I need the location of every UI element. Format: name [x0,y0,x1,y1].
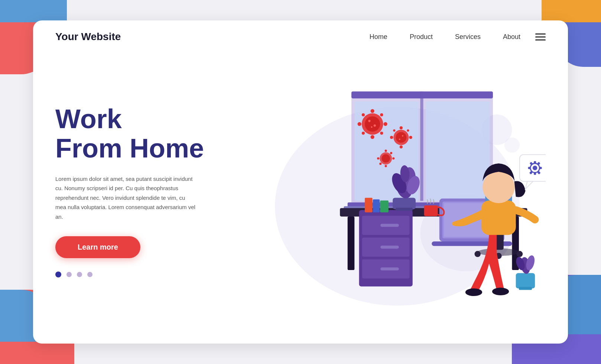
hero-description: Lorem ipsum dolor sit amet, sea putant s… [55,174,196,222]
nav-about[interactable]: About [503,33,520,41]
svg-rect-86 [528,167,531,169]
svg-rect-50 [380,246,399,248]
svg-rect-53 [373,199,380,212]
svg-point-38 [385,165,387,167]
svg-rect-91 [516,273,535,288]
svg-point-12 [365,116,380,131]
svg-point-29 [390,136,393,139]
svg-rect-85 [539,167,542,169]
svg-point-73 [517,251,523,257]
svg-point-28 [400,146,403,149]
svg-point-27 [409,136,412,139]
dot-4[interactable] [87,272,92,277]
hamburger-line-1 [535,33,546,35]
svg-point-16 [358,122,361,126]
hero-left: Work From Home Lorem ipsum dolor sit ame… [55,104,234,278]
navigation: Home Product Services About [370,33,520,41]
main-card: Your Website Home Product Services About… [33,20,568,344]
svg-point-19 [380,131,383,134]
svg-point-17 [380,113,383,116]
svg-point-35 [381,154,390,163]
nav-product[interactable]: Product [410,33,433,41]
work-from-home-svg [234,61,546,321]
svg-point-20 [362,131,365,134]
svg-point-3 [504,137,520,153]
header: Your Website Home Product Services About [33,20,568,53]
svg-rect-66 [424,205,438,216]
svg-rect-7 [426,101,490,201]
hero-illustration [234,53,546,329]
svg-rect-92 [519,287,532,290]
svg-point-14 [384,122,387,126]
svg-point-74 [465,289,482,296]
svg-point-13 [371,109,374,113]
svg-rect-8 [420,91,423,201]
hero-title: Work From Home [55,104,219,163]
svg-point-36 [385,150,387,152]
svg-point-23 [371,126,373,128]
svg-rect-49 [380,224,399,227]
hamburger-line-3 [535,39,546,40]
svg-point-22 [374,124,376,127]
carousel-dots [55,272,219,277]
svg-rect-54 [380,201,389,212]
dot-3[interactable] [77,272,82,277]
svg-point-41 [379,163,381,165]
svg-rect-43 [348,217,355,270]
svg-point-25 [396,132,406,143]
svg-rect-52 [365,198,373,212]
hamburger-menu[interactable] [535,33,546,40]
svg-rect-84 [534,172,536,175]
learn-more-button[interactable]: Learn more [55,236,140,258]
svg-point-18 [362,113,365,116]
dot-2[interactable] [66,272,72,277]
svg-point-30 [407,129,409,131]
svg-point-75 [492,287,509,295]
svg-point-15 [371,135,374,139]
svg-point-31 [393,129,395,131]
svg-point-40 [390,152,392,154]
dot-1[interactable] [55,272,61,277]
svg-rect-83 [534,161,536,164]
svg-point-39 [377,157,379,159]
svg-point-21 [368,120,370,122]
svg-rect-51 [380,267,399,270]
svg-point-82 [533,166,537,170]
nav-home[interactable]: Home [370,33,387,41]
svg-rect-56 [396,208,412,211]
svg-point-77 [483,171,514,203]
svg-point-32 [402,135,403,137]
svg-rect-76 [481,201,516,235]
main-content: Work From Home Lorem ipsum dolor sit ame… [33,53,568,344]
svg-point-71 [475,251,481,257]
svg-point-33 [399,139,400,140]
hamburger-line-2 [535,36,546,38]
svg-point-37 [392,157,394,159]
logo: Your Website [55,31,121,43]
svg-rect-55 [393,198,416,209]
svg-point-26 [400,126,403,129]
nav-services[interactable]: Services [455,33,481,41]
